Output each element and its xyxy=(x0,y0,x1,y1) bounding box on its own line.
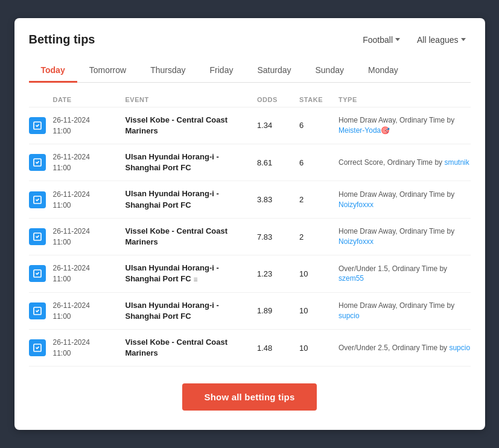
row-event: Ulsan Hyundai Horang-i - Shanghai Port F… xyxy=(126,263,258,284)
row-stake: 2 xyxy=(299,195,338,204)
tip-icon xyxy=(29,228,46,245)
tab-today[interactable]: Today xyxy=(29,59,77,83)
tip-icon xyxy=(29,117,46,134)
tab-friday[interactable]: Friday xyxy=(198,59,246,83)
row-stake: 10 xyxy=(299,344,338,353)
table-header: DATE EVENT ODDS STAKE TYPE xyxy=(29,92,471,107)
user-link[interactable]: supcio xyxy=(449,344,470,352)
row-date: 26-11-202411:00 xyxy=(53,152,126,173)
row-stake: 6 xyxy=(299,121,338,130)
show-all-button[interactable]: Show all betting tips xyxy=(182,383,316,411)
table-row: 26-11-202411:00 Vissel Kobe - Central Co… xyxy=(29,219,471,255)
tip-icon xyxy=(29,302,46,319)
col-date: DATE xyxy=(53,96,126,103)
table-row: 26-11-202411:00 Vissel Kobe - Central Co… xyxy=(29,330,471,366)
row-type: Home Draw Away, Ordinary Time by Meister… xyxy=(338,115,471,136)
row-event: Ulsan Hyundai Horang-i - Shanghai Port F… xyxy=(126,152,258,173)
row-date: 26-11-202411:00 xyxy=(53,300,126,322)
col-odds: ODDS xyxy=(257,96,299,103)
row-type: Home Draw Away, Ordinary Time by Noizyfo… xyxy=(338,190,471,210)
user-link[interactable]: supcio xyxy=(338,312,360,320)
user-link[interactable]: smutnik xyxy=(444,158,469,167)
tab-sunday[interactable]: Sunday xyxy=(303,59,355,83)
row-date: 26-11-202411:00 xyxy=(53,226,126,248)
col-stake: STAKE xyxy=(299,96,338,103)
tab-saturday[interactable]: Saturday xyxy=(245,59,303,83)
row-odds: 1.48 xyxy=(257,344,299,353)
leagues-filter[interactable]: All leagues xyxy=(412,33,471,47)
row-type: Over/Under 2.5, Ordinary Time by supcio xyxy=(338,343,471,353)
card-container: Betting tips Football All leagues Today … xyxy=(14,18,485,430)
row-event: Vissel Kobe - Central Coast Mariners xyxy=(126,115,258,136)
table-row: 26-11-202411:00 Vissel Kobe - Central Co… xyxy=(29,107,471,144)
tip-icon xyxy=(29,191,46,208)
list-icon: ≡ xyxy=(194,275,198,285)
row-type: Over/Under 1.5, Ordinary Time by szem55 xyxy=(338,264,471,284)
tip-icon xyxy=(29,265,46,282)
row-type: Home Draw Away, Ordinary Time by Noizyfo… xyxy=(338,226,471,247)
table-row: 26-11-202411:00 Ulsan Hyundai Horang-i -… xyxy=(29,181,471,218)
tab-monday[interactable]: Monday xyxy=(356,59,410,83)
header: Betting tips Football All leagues xyxy=(29,33,471,47)
row-type: Home Draw Away, Ordinary Time by supcio xyxy=(338,301,471,321)
page-title: Betting tips xyxy=(29,33,95,46)
user-link[interactable]: szem55 xyxy=(338,274,364,283)
football-filter[interactable]: Football xyxy=(358,33,405,47)
row-event: Ulsan Hyundai Horang-i - Shanghai Port F… xyxy=(126,300,258,322)
col-type: TYPE xyxy=(338,96,471,103)
user-link[interactable]: Meister-Yoda🎯 xyxy=(338,126,390,135)
row-odds: 1.89 xyxy=(257,306,299,315)
row-date: 26-11-202411:00 xyxy=(53,263,126,284)
row-date: 26-11-202411:00 xyxy=(53,115,126,136)
row-event: Vissel Kobe - Central Coast Mariners xyxy=(126,226,258,248)
row-date: 26-11-202411:00 xyxy=(53,189,126,211)
row-odds: 1.23 xyxy=(257,269,299,278)
table-row: 26-11-202411:00 Ulsan Hyundai Horang-i -… xyxy=(29,255,471,292)
football-filter-label: Football xyxy=(363,35,393,45)
tab-tomorrow[interactable]: Tomorrow xyxy=(77,59,138,83)
table-row: 26-11-202411:00 Ulsan Hyundai Horang-i -… xyxy=(29,293,471,330)
row-odds: 8.61 xyxy=(257,158,299,167)
tab-thursday[interactable]: Thursday xyxy=(138,59,197,83)
row-stake: 10 xyxy=(299,306,338,315)
row-odds: 3.83 xyxy=(257,195,299,204)
header-filters: Football All leagues xyxy=(358,33,470,47)
tabs-bar: Today Tomorrow Thursday Friday Saturday … xyxy=(29,59,471,83)
tip-icon xyxy=(29,154,46,171)
col-event: EVENT xyxy=(126,96,258,103)
table-row: 26-11-202411:00 Ulsan Hyundai Horang-i -… xyxy=(29,144,471,181)
row-event: Ulsan Hyundai Horang-i - Shanghai Port F… xyxy=(126,188,258,210)
tip-icon xyxy=(29,339,46,356)
row-odds: 7.83 xyxy=(257,232,299,242)
row-date: 26-11-202411:00 xyxy=(53,337,126,359)
row-stake: 6 xyxy=(299,158,338,167)
user-link[interactable]: Noizyfoxxx xyxy=(338,200,373,209)
user-link[interactable]: Noizyfoxxx xyxy=(338,237,373,246)
row-stake: 2 xyxy=(299,232,338,242)
leagues-filter-label: All leagues xyxy=(417,35,459,45)
row-type: Correct Score, Ordinary Time by smutnik xyxy=(338,158,471,168)
table-body: 26-11-202411:00 Vissel Kobe - Central Co… xyxy=(29,107,471,367)
row-odds: 1.34 xyxy=(257,121,299,130)
row-event: Vissel Kobe - Central Coast Mariners xyxy=(126,337,258,359)
chevron-down-icon xyxy=(395,38,400,41)
chevron-down-icon xyxy=(461,38,466,41)
row-stake: 10 xyxy=(299,269,338,278)
